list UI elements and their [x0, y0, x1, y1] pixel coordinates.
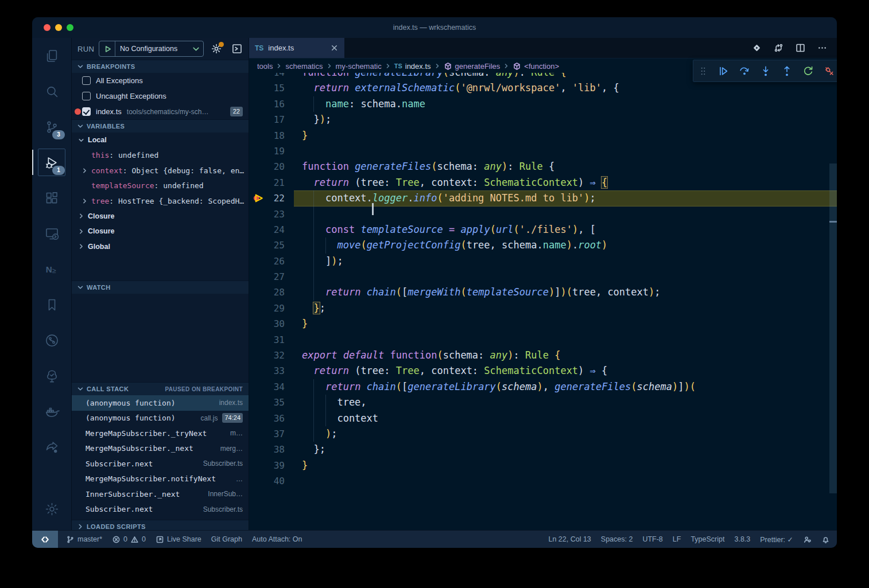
breadcrumb-item-folder[interactable]: my-schematic — [336, 62, 382, 71]
activity-item-git-graph[interactable] — [32, 322, 71, 358]
call-stack-frame[interactable]: InnerSubscriber._nextInnerSub… — [72, 486, 249, 502]
tab-index-ts[interactable]: TS index.ts — [249, 38, 344, 58]
disconnect-button[interactable] — [823, 65, 836, 77]
variables-scope-closure[interactable]: Closure — [72, 224, 249, 239]
status-item-live-share[interactable]: Live Share — [156, 535, 201, 544]
code-line[interactable]: 39} — [249, 458, 837, 473]
code-line[interactable]: 26 ]); — [249, 254, 837, 269]
section-header-call-stack[interactable]: CALL STACK PAUSED ON BREAKPOINT — [72, 382, 249, 395]
line-number[interactable]: 35 — [249, 395, 302, 410]
activity-item-live-share[interactable] — [32, 429, 71, 465]
diamond-action-button[interactable] — [751, 42, 762, 53]
code-line[interactable]: 36 context — [249, 411, 837, 426]
launch-configuration-dropdown[interactable]: No Configurations — [99, 41, 204, 57]
activity-item-manage[interactable] — [32, 491, 71, 527]
breakpoint-checkbox[interactable] — [82, 107, 91, 116]
status-item-problems[interactable]: 00 — [112, 535, 146, 544]
variables-scope-local[interactable]: Local — [72, 133, 249, 148]
line-number[interactable]: 21 — [249, 175, 302, 190]
code-line[interactable]: 32export default function(schema: any): … — [249, 348, 837, 363]
code-line[interactable]: 16 name: schema.name — [249, 96, 837, 112]
activity-item-test-explorer[interactable] — [32, 358, 71, 394]
variable-row[interactable]: tree: HostTree {_backend: ScopedH… — [72, 193, 249, 209]
call-stack-frame[interactable]: (anonymous function)call.js74:24 — [72, 411, 249, 426]
activity-item-remote-explorer[interactable] — [32, 216, 71, 251]
breadcrumb-item-file[interactable]: TSindex.ts — [394, 62, 431, 71]
call-stack-frame[interactable]: Subscriber.nextSubscriber.ts — [72, 502, 249, 517]
variable-row[interactable]: context: Object {debug: false, en… — [72, 163, 249, 178]
activity-item-search[interactable] — [32, 73, 71, 109]
line-number[interactable]: 23 — [249, 207, 302, 222]
line-number[interactable]: 18 — [249, 128, 302, 143]
line-number[interactable]: 16 — [249, 96, 302, 112]
breakpoint-row[interactable]: index.tstools/schematics/my-sch…22 — [72, 104, 249, 119]
activity-item-bookmarks[interactable] — [32, 287, 71, 322]
code-line[interactable]: 30} — [249, 316, 837, 332]
code-line[interactable]: 22 context.logger.info('adding NOTES.md … — [249, 190, 837, 206]
status-item-remote[interactable] — [32, 531, 58, 548]
status-item-auto-attach[interactable]: Auto Attach: On — [252, 535, 302, 543]
line-number[interactable]: 37 — [249, 426, 302, 442]
line-number[interactable]: 36 — [249, 411, 302, 426]
restart-button[interactable] — [802, 65, 814, 77]
line-number[interactable]: 27 — [249, 269, 302, 285]
close-icon[interactable] — [330, 44, 339, 52]
step-over-button[interactable] — [738, 65, 751, 77]
breakpoint-row[interactable]: Uncaught Exceptions — [72, 88, 249, 104]
status-item-encoding[interactable]: UTF-8 — [642, 535, 662, 543]
section-header-variables[interactable]: VARIABLES — [72, 119, 249, 133]
line-number[interactable]: 33 — [249, 363, 302, 379]
status-item-git-graph[interactable]: Git Graph — [211, 535, 242, 543]
line-number[interactable]: 28 — [249, 285, 302, 300]
run-play-icon[interactable] — [103, 44, 112, 54]
code-line[interactable]: 31 — [249, 332, 837, 348]
step-into-button[interactable] — [759, 65, 772, 77]
scrollbar-thumb[interactable] — [829, 163, 837, 493]
compare-changes-button[interactable] — [773, 42, 784, 53]
step-out-button[interactable] — [781, 65, 793, 77]
status-item-prettier[interactable]: Prettier: ✓ — [760, 535, 793, 544]
line-number[interactable]: 30 — [249, 316, 302, 332]
variable-row[interactable]: templateSource: undefined — [72, 178, 249, 194]
line-number[interactable]: 20 — [249, 159, 302, 174]
status-item-eol[interactable]: LF — [673, 535, 681, 543]
code-line[interactable]: 27 — [249, 269, 837, 285]
breadcrumb-item-symbol[interactable]: generateFiles — [444, 62, 501, 71]
code-line[interactable]: 28 return chain([mergeWith(templateSourc… — [249, 285, 837, 300]
activity-item-source-control[interactable]: 3 — [32, 109, 71, 145]
call-stack-frame[interactable]: MergeMapSubscriber.notifyNext… — [72, 472, 249, 487]
split-editor-button[interactable] — [795, 42, 806, 53]
editor-scrollbar[interactable] — [829, 73, 837, 530]
line-number[interactable]: 39 — [249, 458, 302, 473]
call-stack-frame[interactable]: MergeMapSubscriber._nextmerg… — [72, 441, 249, 457]
code-line[interactable]: 21 return (tree: Tree, context: Schemati… — [249, 175, 837, 190]
status-item-branch[interactable]: master* — [66, 535, 102, 544]
line-number[interactable]: 19 — [249, 143, 302, 159]
line-number[interactable]: 29 — [249, 301, 302, 316]
status-item-cursor-position[interactable]: Ln 22, Col 13 — [548, 535, 591, 543]
variables-scope-global[interactable]: Global — [72, 239, 249, 255]
activity-item-explorer[interactable] — [32, 38, 71, 73]
call-stack-frame[interactable]: MergeMapSubscriber._tryNextm… — [72, 426, 249, 441]
breadcrumb-item-folder[interactable]: tools — [257, 62, 273, 71]
code-line[interactable]: 15 return externalSchematic('@nrwl/works… — [249, 80, 837, 96]
breakpoint-row[interactable]: All Exceptions — [72, 73, 249, 88]
line-number[interactable]: 14 — [249, 73, 302, 80]
code-line[interactable]: 23 — [249, 207, 837, 222]
status-item-language-mode[interactable]: TypeScript — [690, 535, 724, 543]
variable-row[interactable]: this: undefined — [72, 148, 249, 163]
line-number[interactable]: 38 — [249, 442, 302, 457]
section-header-watch[interactable]: WATCH — [72, 281, 249, 294]
chevron-right-icon[interactable] — [81, 167, 88, 174]
section-header-breakpoints[interactable]: BREAKPOINTS — [72, 60, 249, 73]
status-item-indentation[interactable]: Spaces: 2 — [601, 535, 633, 543]
code-line[interactable]: 25 move(getProjectConfig(tree, schema.na… — [249, 237, 837, 253]
code-line[interactable]: 40 — [249, 473, 837, 489]
chevron-right-icon[interactable] — [81, 197, 88, 205]
line-number[interactable]: 24 — [249, 222, 302, 237]
call-stack-frame[interactable]: Subscriber.nextSubscriber.ts — [72, 456, 249, 472]
activity-item-run-debug[interactable]: 1 — [32, 145, 71, 180]
activity-item-nx-console[interactable]: N≥ — [32, 251, 71, 287]
code-line[interactable]: 18} — [249, 128, 837, 143]
line-number[interactable]: 25 — [249, 237, 302, 253]
